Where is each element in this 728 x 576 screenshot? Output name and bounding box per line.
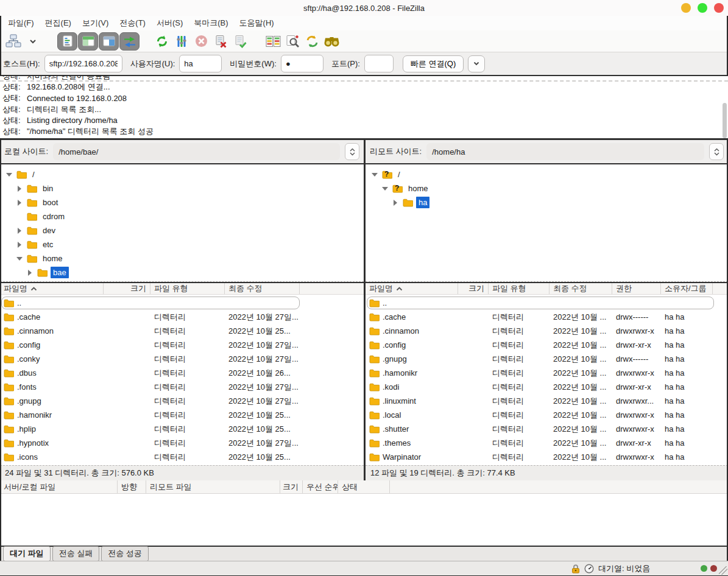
speed-limit-gauge-icon[interactable] (584, 564, 594, 574)
tree-expander-icon[interactable] (27, 270, 33, 276)
maximize-button[interactable] (698, 3, 707, 13)
column-header-server-local-file[interactable]: 서버/로컬 파일 (0, 480, 118, 493)
toggle-transfer-queue-button[interactable] (119, 32, 140, 51)
file-row[interactable]: .hplip 디렉터리 2022년 10월 25... (0, 422, 364, 436)
tree-expander-icon[interactable] (16, 214, 23, 220)
tree-expander-icon[interactable] (382, 186, 388, 192)
file-row[interactable]: .dbus 디렉터리 2022년 10월 26... (0, 366, 364, 380)
tree-expander-icon[interactable] (16, 256, 23, 262)
minimize-button[interactable] (681, 3, 691, 13)
column-header-status[interactable]: 상태 (338, 480, 390, 493)
file-row[interactable]: .hypnotix 디렉터리 2022년 10월 27일... (0, 436, 364, 450)
synchronized-browsing-button[interactable] (303, 32, 320, 51)
menu-item[interactable]: 북마크(B) (188, 16, 233, 30)
column-header-filename[interactable]: 파일명 (0, 283, 104, 294)
menu-item[interactable]: 보기(V) (77, 16, 114, 30)
local-path-combobox[interactable]: /home/bae/ (53, 143, 340, 160)
file-search-button[interactable] (323, 32, 340, 51)
column-header-filename[interactable]: 파일명 (366, 283, 458, 294)
tree-expander-icon[interactable] (372, 172, 378, 178)
file-row[interactable]: .hamonikr 디렉터리 2022년 10월 ... drwxrwxr-x … (366, 366, 728, 380)
directory-listing-filters-button[interactable] (173, 32, 190, 51)
tree-expander-icon[interactable] (16, 242, 23, 248)
column-header-modified[interactable]: 최종 수정 (225, 283, 300, 294)
column-header-size[interactable]: 크기 (104, 283, 150, 294)
queue-tab[interactable]: 대기 파일 (3, 546, 51, 561)
menu-item[interactable]: 서버(S) (151, 16, 188, 30)
tree-expander-icon[interactable] (16, 200, 23, 206)
find-files-button[interactable] (284, 32, 301, 51)
file-row[interactable]: .. (0, 296, 364, 310)
file-row[interactable]: .fonts 디렉터리 2022년 10월 27일... (0, 380, 364, 394)
reconnect-button[interactable] (231, 32, 249, 51)
menu-item[interactable]: 도움말(H) (234, 16, 280, 30)
column-header-remote-file[interactable]: 리모트 파일 (146, 480, 280, 493)
file-row[interactable]: .themes 디렉터리 2022년 10월 ... drwxr-xr-x ha… (366, 436, 728, 450)
tree-expander-icon[interactable] (16, 186, 23, 192)
queue-tab[interactable]: 전송 성공 (101, 546, 149, 561)
site-manager-dropdown-button[interactable] (24, 32, 41, 51)
file-row[interactable]: .config 디렉터리 2022년 10월 ... drwxr-xr-x ha… (366, 338, 728, 352)
file-row[interactable]: .shutter 디렉터리 2022년 10월 ... drwxrwxr-x h… (366, 422, 728, 436)
tree-item[interactable]: ? home (366, 181, 728, 195)
tree-expander-icon[interactable] (16, 228, 23, 234)
tree-item[interactable]: ? ha (366, 195, 728, 209)
file-row[interactable]: .gnupg 디렉터리 2022년 10월 27일... (0, 394, 364, 408)
menu-item[interactable]: 편집(E) (40, 16, 77, 30)
file-row[interactable]: .cache 디렉터리 2022년 10월 27일... (0, 310, 364, 324)
log-scrollbar[interactable] (723, 103, 727, 138)
tree-item[interactable]: ? / (0, 167, 364, 181)
remote-path-spinner[interactable] (709, 143, 724, 160)
column-header-modified[interactable]: 최종 수정 (550, 283, 612, 294)
tree-expander-icon[interactable] (392, 200, 398, 206)
site-manager-button[interactable] (5, 32, 22, 51)
toggle-message-log-button[interactable] (57, 32, 77, 51)
quickconnect-dropdown-button[interactable] (468, 55, 485, 72)
file-row[interactable]: .kodi 디렉터리 2022년 10월 ... drwxr-xr-x ha h… (366, 380, 728, 394)
file-row[interactable]: .cache 디렉터리 2022년 10월 ... drwx------ ha … (366, 310, 728, 324)
lock-icon[interactable] (571, 564, 580, 574)
file-row[interactable]: .icons 디렉터리 2022년 10월 25... (0, 450, 364, 464)
tree-item[interactable]: ? bae (0, 265, 364, 279)
file-row[interactable]: .config 디렉터리 2022년 10월 27일... (0, 338, 364, 352)
column-header-owner[interactable]: 소유자/그룹 (661, 283, 713, 294)
column-header-permissions[interactable]: 권한 (612, 283, 661, 294)
local-path-spinner[interactable] (345, 143, 359, 160)
close-button[interactable] (714, 3, 724, 13)
tree-item[interactable]: ? dev (0, 223, 364, 237)
tree-item[interactable]: ? / (366, 167, 728, 181)
file-row[interactable]: .local 디렉터리 2022년 10월 ... drwxrwxr-x ha … (366, 408, 728, 422)
file-row[interactable]: .cinnamon 디렉터리 2022년 10월 ... drwxrwxr-x … (366, 324, 728, 338)
file-row[interactable]: .cinnamon 디렉터리 2022년 10월 25... (0, 324, 364, 338)
column-header-priority[interactable]: 우선 순위 (303, 480, 338, 493)
file-row[interactable]: .linuxmint 디렉터리 2022년 10월 ... drwxrwxr..… (366, 394, 728, 408)
tree-expander-icon[interactable] (6, 172, 12, 178)
remote-path-combobox[interactable]: /home/ha (426, 143, 704, 160)
file-row[interactable]: .. (366, 296, 728, 310)
toggle-remote-tree-button[interactable] (99, 32, 119, 51)
file-row[interactable]: .conky 디렉터리 2022년 10월 27일... (0, 352, 364, 366)
file-row[interactable]: .hamonikr 디렉터리 2022년 10월 25... (0, 408, 364, 422)
host-input[interactable] (44, 55, 122, 72)
menu-item[interactable]: 전송(T) (114, 16, 151, 30)
tree-item[interactable]: ? etc (0, 237, 364, 251)
tree-item[interactable]: ? home (0, 251, 364, 265)
column-header-size[interactable]: 크기 (280, 480, 303, 493)
refresh-button[interactable] (154, 32, 171, 51)
toggle-local-tree-button[interactable] (78, 32, 98, 51)
tree-item[interactable]: ? boot (0, 195, 364, 209)
menu-item[interactable]: 파일(F) (2, 16, 40, 30)
username-input[interactable] (179, 55, 222, 72)
resize-grip[interactable] (719, 566, 727, 575)
queue-tab[interactable]: 전송 실패 (52, 546, 100, 561)
column-header-filetype[interactable]: 파일 유형 (489, 283, 550, 294)
file-row[interactable]: Warpinator 디렉터리 2022년 10월 ... drwxrwxr-x… (366, 450, 728, 464)
cancel-operation-button[interactable] (193, 32, 210, 51)
column-header-size[interactable]: 크기 (458, 283, 489, 294)
directory-comparison-button[interactable] (264, 32, 281, 51)
column-header-direction[interactable]: 방향 (118, 480, 146, 493)
tree-item[interactable]: ? bin (0, 181, 364, 195)
file-row[interactable]: .gnupg 디렉터리 2022년 10월 ... drwx------ ha … (366, 352, 728, 366)
column-header-filetype[interactable]: 파일 유형 (150, 283, 225, 294)
password-input[interactable] (281, 55, 323, 72)
